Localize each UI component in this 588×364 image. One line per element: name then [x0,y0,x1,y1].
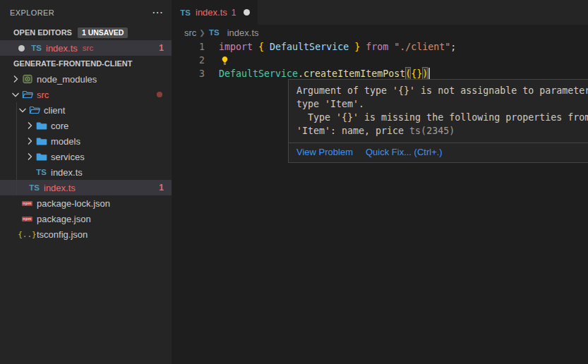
tree-row-tsconfig-json[interactable]: {..}tsconfig.json [0,226,172,242]
text-cursor [428,68,430,80]
code-token [388,40,394,54]
chevron-down-icon [10,89,21,100]
breadcrumb-item-src[interactable]: src [184,28,196,38]
ts-icon: TS [30,42,42,54]
tree-row-package-json[interactable]: npmpackage.json [0,211,172,226]
file-name: models [51,136,80,147]
diagnostic-code: ts(2345) [409,126,455,136]
error-message-line: 'Item': name, price ts(2345) [296,124,588,138]
ts-icon: TS [179,7,191,18]
unsaved-count-badge: 1 UNSAVED [78,28,128,38]
ts-icon: TS [208,27,220,38]
npm-icon: npm [21,213,33,224]
code-line-content: import { DefaultService } from "./client… [219,40,456,54]
folder-icon [35,151,47,162]
line-number: 2 [172,54,205,67]
tree-row-node-modules[interactable]: node_modules [0,71,172,87]
chevron-spacer [10,213,21,224]
npm-icon-letters: npm [22,201,33,206]
ts-icon-letters: TS [36,168,47,176]
explorer-title: EXPLORER [10,8,152,17]
tree-row-index-ts[interactable]: TSindex.ts [0,164,172,180]
hover-action-view[interactable]: View Problem [296,147,353,157]
code-token: DefaultService [264,40,354,54]
tab-index-ts[interactable]: TS index.ts 1 [172,0,258,25]
open-editor-item[interactable]: TSindex.tssrc1 [0,40,172,56]
breadcrumb: src❯TSindex.ts [172,25,588,40]
code-token [360,40,366,54]
chevron-spacer [24,166,35,178]
npm-icon: npm [21,198,33,209]
ts-icon-letters: TS [31,44,42,52]
tab-title: index.ts [196,7,227,18]
modified-dot-icon[interactable] [18,45,25,51]
line-number: 1 [172,40,205,54]
tree-row-models[interactable]: models [0,133,172,149]
chevron-spacer [10,198,21,209]
unsaved-dot-icon[interactable] [244,9,250,16]
file-tree: node_modulessrcclientcoremodelsservicesT… [0,71,172,242]
ts-icon: TS [28,182,40,193]
error-count-badge: 1 [159,43,164,53]
lightbulb-icon[interactable] [220,55,230,66]
workspace-folder-header[interactable]: GENERATE-FRONTEND-CLIENT [0,56,172,71]
file-name: node_modules [37,74,97,85]
folder-icon [35,120,47,131]
tree-row-src[interactable]: src [0,87,172,102]
tree-row-package-lock-json[interactable]: npmpackage-lock.json [0,195,172,211]
file-name: index.ts [51,167,83,178]
more-actions-icon[interactable]: ⋯ [152,9,163,16]
npm-icon-letters: npm [22,217,33,222]
folder-open-icon [28,104,40,116]
chevron-down-icon [2,58,13,69]
code-line: 1import { DefaultService } from "./clien… [172,40,588,54]
chevron-right-icon [24,135,35,147]
file-name: package.json [37,214,91,224]
tree-row-index-ts[interactable]: TSindex.ts1 [0,180,172,195]
file-name: tsconfig.json [37,229,88,240]
error-message: Argument of type '{}' is not assignable … [289,80,588,142]
error-count-badge: 1 [159,183,164,193]
file-name: package-lock.json [37,198,110,209]
breadcrumb-label: src [184,28,196,38]
breadcrumb-separator-icon: ❯ [199,29,205,37]
folder-icon [35,135,47,147]
chevron-right-icon [24,151,35,162]
file-name: client [44,105,65,116]
file-name: core [51,121,68,131]
braces-icon: {..} [21,229,33,240]
code-token [253,40,258,54]
code-token: { [258,40,264,54]
tab-error-count: 1 [232,8,236,18]
explorer-sidebar: EXPLORER ⋯ OPEN EDITORS 1 UNSAVED TSinde… [0,0,172,364]
tree-row-services[interactable]: services [0,149,172,164]
workspace-folder-label: GENERATE-FRONTEND-CLIENT [13,59,132,68]
chevron-down-icon [17,104,28,116]
ts-icon-letters: TS [29,183,40,192]
code-lines: 1import { DefaultService } from "./clien… [172,40,588,80]
file-name: services [51,152,85,162]
breadcrumb-item-index-ts[interactable]: TSindex.ts [208,27,259,38]
error-message-line: Argument of type '{}' is not assignable … [296,84,588,97]
open-editors-header[interactable]: OPEN EDITORS 1 UNSAVED [0,25,172,40]
tree-row-core[interactable]: core [0,118,172,133]
folder-open-icon [21,89,33,100]
code-token: DefaultService [219,67,298,80]
open-editors-label: OPEN EDITORS [13,28,72,37]
line-number: 3 [172,67,205,80]
hover-actions: View ProblemQuick Fix... (Ctrl+.) [289,142,588,162]
code-token: ; [450,40,456,54]
code-token: import [219,40,253,54]
ts-icon: TS [35,166,47,178]
tab-bar: TS index.ts 1 [172,0,588,25]
tree-row-client[interactable]: client [0,102,172,118]
error-text: Type '{}' is missing the following prope… [296,112,588,123]
code-editor[interactable]: 1import { DefaultService } from "./clien… [172,40,588,80]
indent-guide [16,102,17,195]
file-name: src [37,90,49,100]
breadcrumb-label: index.ts [227,28,259,38]
chevron-right-icon [24,120,35,131]
hover-action-quick[interactable]: Quick Fix... (Ctrl+.) [366,147,443,157]
code-token: from [366,40,388,54]
open-editor-file-path: src [83,44,93,52]
